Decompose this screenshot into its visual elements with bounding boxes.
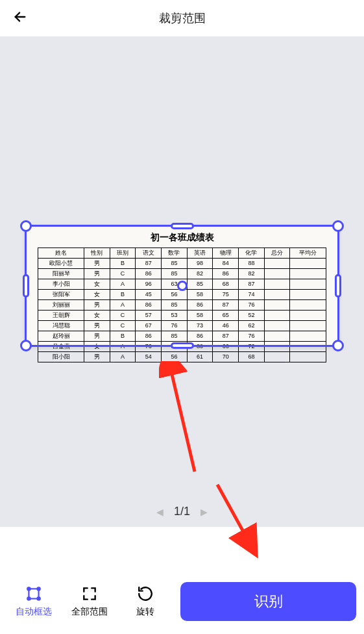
crop-edge-top[interactable] [171,223,194,229]
table-cell: 62 [239,321,265,331]
table-cell: 刘丽丽 [38,300,84,311]
table-cell: 67 [136,321,162,331]
table-cell [290,290,326,300]
auto-crop-icon [25,585,42,602]
table-cell: 73 [187,321,213,331]
table-cell: 84 [213,259,239,269]
table-cell: 61 [187,352,213,362]
crop-edge-right[interactable] [335,274,341,298]
table-cell: 86 [136,331,162,342]
table-cell [264,342,290,352]
table-cell: 68 [213,279,239,290]
back-button[interactable] [13,10,27,27]
table-cell: 吕金燕 [38,342,84,352]
full-range-icon [81,585,98,602]
annotation-arrow-2 [211,478,269,563]
table-cell: 54 [136,352,162,362]
table-cell: 张阳军 [38,290,84,300]
crop-edge-bottom[interactable] [171,342,194,349]
table-cell: 56 [162,352,188,362]
table-row: 阳丽琴男C8685828682 [38,269,326,279]
document-title: 初一各班成绩表 [25,232,339,244]
table-header: 姓名 [38,248,84,259]
table-cell [264,331,290,342]
table-cell: 86 [136,300,162,311]
table-header: 数学 [162,248,188,259]
table-cell: 欧阳小慧 [38,259,84,269]
bottom-toolbar: 自动框选 全部范围 旋转 识别 [0,569,364,634]
table-cell: A [110,342,136,352]
crop-handle-bottom-right[interactable] [332,340,344,351]
pager-prev-icon[interactable]: ◀ [156,507,164,517]
table-row: 刘丽丽男A8685868776 [38,300,326,311]
table-cell: 82 [187,269,213,279]
full-range-button[interactable]: 全部范围 [64,585,115,618]
table-cell: 85 [162,331,188,342]
table-cell [264,269,290,279]
table-row: 阳小阳男A5456617068 [38,352,326,362]
table-header: 语文 [136,248,162,259]
crop-handle-top-left[interactable] [20,220,32,232]
crop-handle-top-right[interactable] [332,220,344,232]
table-cell [264,321,290,331]
table-cell: 85 [162,269,188,279]
table-cell: 76 [136,342,162,352]
table-cell: 女 [84,279,110,290]
auto-crop-button[interactable]: 自动框选 [8,585,60,618]
table-cell: C [110,311,136,321]
pager-next-icon[interactable]: ▶ [200,507,208,517]
annotation-arrow-1 [159,361,204,478]
table-cell: 58 [187,290,213,300]
canvas-area: 初一各班成绩表 姓名性别班别语文数学英语物理化学总分平均分 欧阳小慧男B8785… [0,36,364,527]
table-cell: 82 [239,269,265,279]
table-cell [290,342,326,352]
table-cell [264,259,290,269]
table-row: 王朝辉女C5753586552 [38,311,326,321]
table-cell: 57 [136,311,162,321]
table-cell: A [110,352,136,362]
crop-center-handle[interactable] [177,281,188,291]
table-cell [264,290,290,300]
table-cell: 男 [84,269,110,279]
table-cell: 58 [187,311,213,321]
crop-handle-bottom-left[interactable] [20,340,32,351]
table-cell: 76 [239,300,265,311]
table-cell: 45 [136,290,162,300]
table-cell: 87 [239,279,265,290]
table-cell: 96 [136,279,162,290]
table-cell: 87 [136,259,162,269]
table-row: 欧阳小慧男B8785988488 [38,259,326,269]
auto-crop-label: 自动框选 [16,606,52,618]
table-cell: 女 [84,342,110,352]
table-cell: 冯慧聪 [38,321,84,331]
svg-point-7 [37,587,40,590]
rotate-button[interactable]: 旋转 [119,585,171,618]
table-cell: 72 [239,342,265,352]
rotate-icon [137,585,154,602]
table-cell: 52 [239,311,265,321]
table-cell: 86 [136,269,162,279]
table-header: 平均分 [290,248,326,259]
table-cell [290,321,326,331]
table-row: 冯慧聪男C6776734662 [38,321,326,331]
table-cell: 88 [239,259,265,269]
table-cell [264,352,290,362]
svg-point-6 [27,587,30,590]
table-cell: 男 [84,300,110,311]
page-title: 裁剪范围 [159,10,206,26]
table-cell: A [110,279,136,290]
table-cell: 男 [84,259,110,269]
table-cell: 74 [239,290,265,300]
crop-edge-left[interactable] [23,274,29,298]
svg-point-8 [27,597,30,600]
table-cell [290,269,326,279]
table-row: 赵玲丽男B8685868776 [38,331,326,342]
table-header: 英语 [187,248,213,259]
table-cell: 85 [187,279,213,290]
table-cell: 76 [239,331,265,342]
table-cell: 85 [162,300,188,311]
table-cell: 87 [213,300,239,311]
recognize-button[interactable]: 识别 [180,582,356,621]
table-header: 班别 [110,248,136,259]
table-cell: 53 [162,311,188,321]
